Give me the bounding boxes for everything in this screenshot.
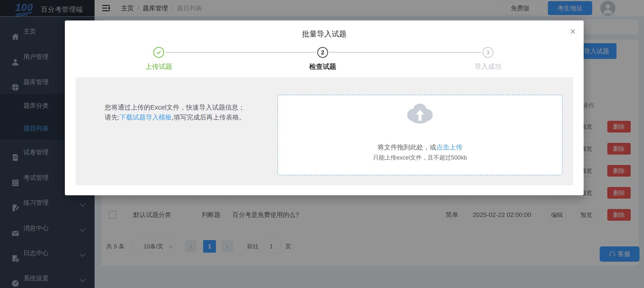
import-instructions: 您将通过上传的Excel文件，快速导入试题信息； 请先:下载试题导入模板,填写完… <box>105 102 246 122</box>
close-icon[interactable]: × <box>570 27 576 36</box>
download-template-link[interactable]: 下载试题导入模板 <box>120 114 172 121</box>
step-1-icon <box>153 47 164 58</box>
upload-cloud-icon <box>406 104 434 124</box>
click-upload-link[interactable]: 点击上传 <box>436 144 462 151</box>
step-1-label: 上传试题 <box>134 62 184 71</box>
upload-text: 将文件拖到此处，或点击上传 <box>278 143 562 152</box>
app-root: 100 百分考管理端 主页/题库管理/题目列表 免费版 考生地址 主页 用户管理… <box>0 0 644 288</box>
step-3-label: 导入成功 <box>463 62 513 71</box>
upload-tip: 只能上传excel文件，且不超过500kb <box>278 154 562 162</box>
step-3-icon: 3 <box>482 47 493 58</box>
step-2-icon: 2 <box>317 47 328 58</box>
dialog-body-panel: 您将通过上传的Excel文件，快速导入试题信息； 请先:下载试题导入模板,填写完… <box>76 77 573 185</box>
step-2-label: 检查试题 <box>298 62 348 71</box>
import-questions-dialog: 批量导入试题 × 2 3 上传试题 检查试题 导入成功 您将通过上传的Excel… <box>65 20 584 195</box>
dialog-title: 批量导入试题 <box>65 29 584 39</box>
upload-dropzone[interactable]: 将文件拖到此处，或点击上传 只能上传excel文件，且不超过500kb <box>278 95 562 175</box>
